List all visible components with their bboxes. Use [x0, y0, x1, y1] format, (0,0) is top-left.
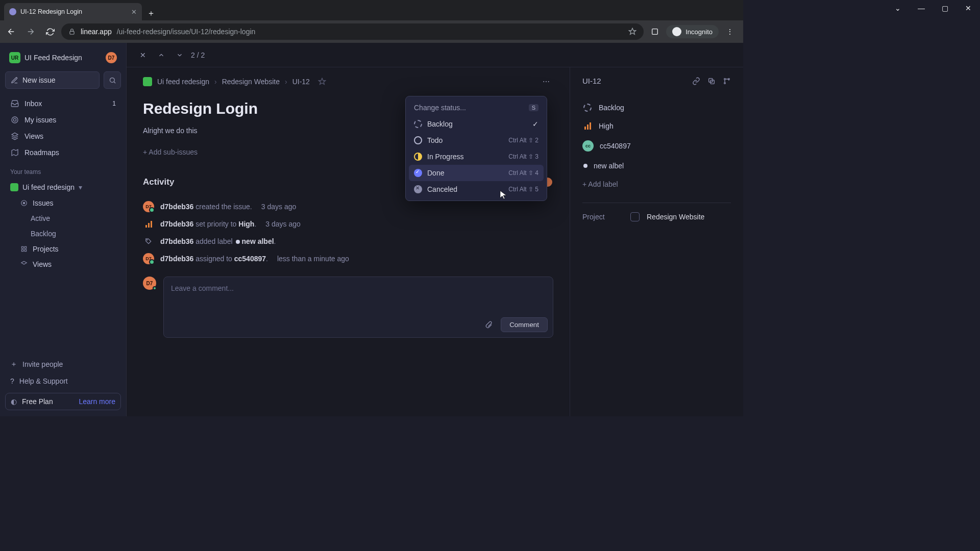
comment-button[interactable]: Comment: [501, 317, 548, 332]
actor-name: d7bdeb36: [160, 220, 193, 228]
reload-button[interactable]: [42, 23, 58, 40]
invite-people[interactable]: ＋ Invite people: [5, 356, 121, 372]
assignee-avatar: cc: [582, 140, 594, 152]
attach-icon[interactable]: [481, 318, 496, 332]
bookmark-icon[interactable]: [628, 28, 636, 36]
url-input[interactable]: linear.app/ui-feed-redesign/issue/UI-12/…: [61, 23, 644, 40]
team-active[interactable]: Active: [5, 211, 121, 226]
breadcrumbs: Ui feed redesign › Redesign Website › UI…: [143, 74, 553, 89]
status-option[interactable]: CanceledCtrl Alt ⇧ 5: [409, 181, 544, 197]
priority-field[interactable]: High: [582, 117, 731, 135]
close-panel-button[interactable]: ✕: [136, 48, 150, 62]
browser-chrome: UI-12 Redesign Login ✕ ＋ ⌄ — ▢ ✕ linear.…: [0, 0, 743, 43]
comment-input[interactable]: Leave a comment... Comment: [163, 277, 553, 338]
team-issues[interactable]: Issues: [5, 196, 121, 210]
status-option[interactable]: In ProgressCtrl Alt ⇧ 3: [409, 148, 544, 165]
status-option[interactable]: DoneCtrl Alt ⇧ 4: [409, 165, 544, 181]
actor-name: d7bdeb36: [160, 203, 193, 211]
activity-time: less than a minute ago: [277, 255, 349, 263]
url-host: linear.app: [81, 28, 112, 36]
browser-tab[interactable]: UI-12 Redesign Login ✕: [4, 3, 142, 20]
activity-time: 3 days ago: [265, 220, 301, 228]
project-value: Redesign Website: [647, 213, 704, 221]
crumb-id[interactable]: UI-12: [292, 78, 310, 86]
sidebar-item-label: My issues: [24, 116, 56, 124]
back-button[interactable]: [3, 23, 19, 40]
copy-id-icon[interactable]: [707, 77, 716, 85]
plan-icon: ◐: [11, 397, 17, 406]
lock-icon: [68, 28, 76, 35]
team-name: Ui feed redesign: [22, 183, 75, 191]
map-icon: [10, 148, 19, 157]
avatar-initials: D7: [146, 281, 153, 286]
sidebar-item-label: Roadmaps: [24, 148, 59, 157]
activity-list: D7d7bdeb36 created the issue. 3 days ago…: [143, 198, 553, 267]
forward-button[interactable]: [22, 23, 39, 40]
learn-more-link[interactable]: Learn more: [79, 397, 115, 406]
sidebar-item-label: Backlog: [31, 230, 56, 238]
new-issue-button[interactable]: New issue: [5, 71, 100, 89]
inbox-icon: [10, 99, 19, 108]
search-icon: [109, 77, 116, 84]
presence-dot: [153, 286, 157, 290]
target-icon: [10, 116, 19, 124]
crumb-team[interactable]: Ui feed redesign: [157, 78, 209, 86]
extensions-icon[interactable]: [647, 23, 663, 40]
team-row[interactable]: Ui feed redesign ▾: [5, 180, 121, 195]
status-field[interactable]: Backlog: [582, 98, 731, 117]
sidebar-item-myissues[interactable]: My issues: [5, 112, 121, 128]
sidebar-item-label: Issues: [33, 199, 53, 207]
more-actions-button[interactable]: ⋯: [539, 74, 553, 89]
git-branch-icon[interactable]: [723, 77, 731, 85]
star-icon[interactable]: [318, 78, 326, 86]
status-option[interactable]: TodoCtrl Alt ⇧ 2: [409, 132, 544, 148]
incognito-icon: [672, 27, 681, 36]
svg-rect-8: [24, 246, 27, 248]
priority-icon: [582, 122, 593, 130]
workspace-switcher[interactable]: UR UI Feed Redesign D7: [5, 49, 121, 66]
shortcut-hint: Ctrl Alt ⇧ 4: [508, 169, 538, 177]
actor-name: d7bdeb36: [160, 255, 193, 263]
user-avatar[interactable]: D7: [106, 52, 117, 63]
copy-link-icon[interactable]: [692, 77, 700, 85]
shortcut-hint: Ctrl Alt ⇧ 5: [508, 186, 538, 193]
status-icon: [414, 136, 422, 144]
meta-issue-id: UI-12: [582, 77, 601, 85]
label-value: new albel: [594, 162, 624, 170]
status-icon: [414, 153, 422, 161]
close-tab-icon[interactable]: ✕: [131, 8, 137, 16]
layers-icon: [20, 261, 28, 268]
activity-label: new albel: [242, 237, 274, 245]
plan-row[interactable]: ◐ Free Plan Learn more: [5, 393, 121, 410]
check-icon: ✓: [532, 120, 538, 128]
tag-icon: [143, 236, 154, 247]
sidebar-item-roadmaps[interactable]: Roadmaps: [5, 145, 121, 160]
kebab-menu-icon[interactable]: ⋮: [722, 23, 738, 40]
prev-issue-button[interactable]: [154, 48, 168, 62]
team-projects[interactable]: Projects: [5, 242, 121, 256]
issue-topbar: ✕ 2 / 2: [127, 43, 743, 67]
team-backlog[interactable]: Backlog: [5, 227, 121, 241]
popover-search-placeholder[interactable]: Change status...: [414, 104, 466, 112]
project-icon: [630, 212, 640, 221]
status-option[interactable]: Backlog✓: [409, 116, 544, 132]
incognito-badge: Incognito: [666, 25, 719, 38]
crumb-project[interactable]: Redesign Website: [222, 78, 280, 86]
actor-name: d7bdeb36: [160, 237, 193, 245]
sidebar-item-inbox[interactable]: Inbox 1: [5, 96, 121, 111]
help-support[interactable]: ? Help & Support: [5, 373, 121, 389]
search-button[interactable]: [104, 71, 121, 89]
issues-icon: [20, 199, 28, 207]
priority-value: High: [599, 122, 614, 130]
add-label-button[interactable]: + Add label: [582, 175, 731, 193]
next-issue-button[interactable]: [173, 48, 187, 62]
activity-row: d7bdeb36 set priority to High.3 days ago: [143, 215, 553, 233]
new-tab-button[interactable]: ＋: [144, 6, 158, 20]
priority-icon: [143, 218, 154, 230]
actor-avatar: D7: [143, 201, 154, 212]
assignee-field[interactable]: cc cc540897: [582, 135, 731, 157]
sidebar-item-views[interactable]: Views: [5, 129, 121, 144]
project-field[interactable]: Project Redesign Website: [582, 212, 731, 221]
team-views[interactable]: Views: [5, 257, 121, 271]
label-field[interactable]: new albel: [582, 157, 731, 175]
